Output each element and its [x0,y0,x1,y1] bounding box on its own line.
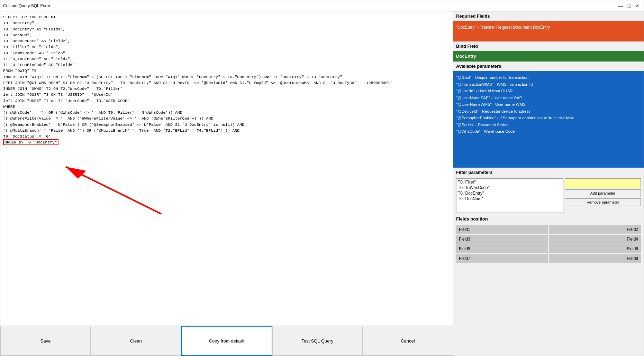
left-panel: SELECT TOP 100 PERCENT T0."DocEntry", T0… [0,11,453,356]
filter-params-header: Filter parameters [453,168,644,177]
minimize-button[interactable]: — [617,2,624,9]
save-button[interactable]: Save [0,326,91,356]
required-fields-header: Required Fields [453,11,644,21]
main-content: SELECT TOP 100 PERCENT T0."DocEntry", T0… [0,11,644,356]
available-param-item: "@UserNameSAP" - User name SAP [456,95,641,102]
available-param-item: "@Series" - Document Series [456,122,641,129]
fields-grid: Field1Field2Field3Field4Field5Field6Fiel… [453,224,644,264]
close-button[interactable]: ✕ [634,2,641,9]
sql-wrapper: SELECT TOP 100 PERCENT T0."DocEntry", T0… [0,11,453,326]
required-fields-content: "DocEntry" - Transfer Request Document D… [453,21,644,41]
window-title: Custom Query SQL Form [3,3,50,8]
title-bar: Custom Query SQL Form — □ ✕ [0,0,644,11]
available-param-item: "@SemaphorEnabled" - If Semaphor enabled… [456,115,641,122]
field-position-cell: Field1 [456,225,548,234]
sql-highlighted-line: ORDER BY T0."DocEntry" [3,139,58,145]
field-position-cell: Field4 [549,235,641,244]
clean-button[interactable]: Clean [91,326,181,356]
window-controls: — □ ✕ [617,2,641,9]
field-position-cell: Field7 [456,254,548,263]
remove-parameter-button[interactable]: Remove parameter [565,198,641,206]
available-param-item: "@UserNameWMS" - User name WMS [456,101,641,108]
field-position-cell: Field3 [456,235,548,244]
filter-list-item[interactable]: T0."Filler" [457,179,562,185]
available-param-item: "@DeviceId" - Requester device Id adress [456,108,641,115]
button-bar: Save Clean Copy from default Test SQL Qu… [0,326,453,356]
filter-input[interactable] [565,178,641,188]
sql-editor[interactable]: SELECT TOP 100 PERCENT T0."DocEntry", T0… [0,11,453,148]
add-parameter-button[interactable]: Add parameter [565,189,641,197]
filter-controls: Add parameter Remove parameter [565,178,641,213]
maximize-button[interactable]: □ [626,2,633,9]
available-param-item: "@UserId" - User Id from OUSR [456,88,641,95]
filter-list-item[interactable]: T0."ToWhsCode" [457,185,562,190]
field-position-cell: Field5 [456,244,548,253]
cancel-button[interactable]: Cancel [363,326,453,356]
right-panel: Required Fields "DocEntry" - Transfer Re… [453,11,644,356]
bind-field-value: DocEntry [453,51,644,62]
available-params-header: Available parameters [453,62,644,71]
svg-line-1 [66,167,161,214]
filter-params-area: T0."Filler"T0."ToWhsCode"T0."DocEntry"T0… [453,177,644,214]
field-position-cell: Field6 [549,244,641,253]
available-param-item: "@TransactionWMS" - WMS Transaction Id [456,81,641,88]
main-window: Custom Query SQL Form — □ ✕ SELECT TOP 1… [0,0,644,356]
filter-list[interactable]: T0."Filler"T0."ToWhsCode"T0."DocEntry"T0… [456,178,563,213]
filter-list-item[interactable]: T0."DocNum" [457,196,562,202]
filter-list-item[interactable]: T0."DocEntry" [457,190,562,196]
bind-field-header: Bind Field [453,41,644,51]
fields-position-header: Fields position [453,214,644,224]
available-param-item: "@WhsCode" - Warehouse Code [456,128,641,135]
available-params-content: "@Guid" - Unique number for transaction"… [453,71,644,168]
test-sql-query-button[interactable]: Test SQL Query [272,326,363,356]
available-param-item: "@Guid" - Unique number for transaction [456,74,641,81]
field-position-cell: Field2 [549,225,641,234]
copy-from-default-button[interactable]: Copy from default [181,326,272,356]
field-position-cell: Field8 [549,254,641,263]
